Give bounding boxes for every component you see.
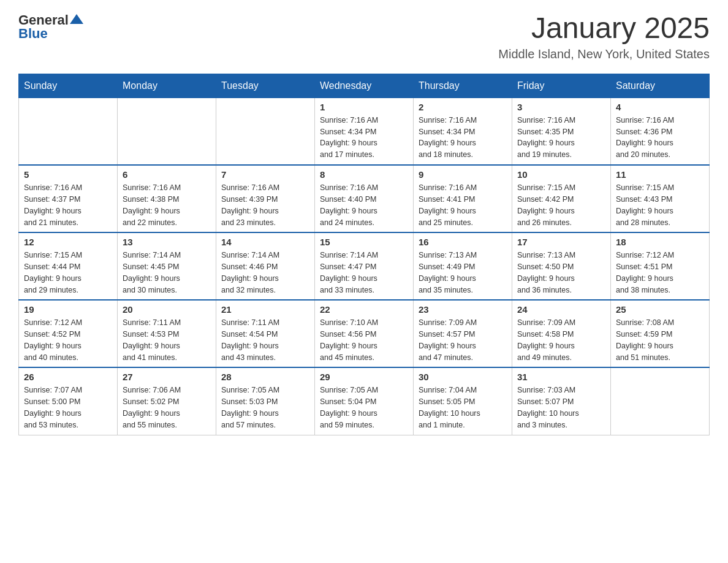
weekday-header-tuesday: Tuesday xyxy=(216,74,315,98)
location-title: Middle Island, New York, United States xyxy=(498,47,710,61)
calendar-cell: 14Sunrise: 7:14 AM Sunset: 4:46 PM Dayli… xyxy=(216,232,315,300)
day-number: 16 xyxy=(419,237,507,247)
calendar-cell: 3Sunrise: 7:16 AM Sunset: 4:35 PM Daylig… xyxy=(512,98,611,165)
day-info: Sunrise: 7:09 AM Sunset: 4:57 PM Dayligh… xyxy=(419,317,507,363)
day-number: 21 xyxy=(221,304,309,315)
day-number: 6 xyxy=(123,169,211,180)
day-number: 18 xyxy=(616,237,704,247)
day-info: Sunrise: 7:11 AM Sunset: 4:54 PM Dayligh… xyxy=(221,317,309,363)
day-number: 2 xyxy=(419,102,507,112)
calendar-cell: 9Sunrise: 7:16 AM Sunset: 4:41 PM Daylig… xyxy=(414,165,512,232)
calendar-cell: 1Sunrise: 7:16 AM Sunset: 4:34 PM Daylig… xyxy=(315,98,414,165)
day-number: 19 xyxy=(24,304,112,315)
day-info: Sunrise: 7:13 AM Sunset: 4:49 PM Dayligh… xyxy=(419,250,507,296)
day-info: Sunrise: 7:04 AM Sunset: 5:05 PM Dayligh… xyxy=(419,385,507,431)
day-info: Sunrise: 7:14 AM Sunset: 4:47 PM Dayligh… xyxy=(320,250,408,296)
calendar-cell: 4Sunrise: 7:16 AM Sunset: 4:36 PM Daylig… xyxy=(611,98,710,165)
calendar-cell: 16Sunrise: 7:13 AM Sunset: 4:49 PM Dayli… xyxy=(414,232,512,300)
day-info: Sunrise: 7:16 AM Sunset: 4:35 PM Dayligh… xyxy=(517,115,605,161)
calendar-cell: 10Sunrise: 7:15 AM Sunset: 4:42 PM Dayli… xyxy=(512,165,611,232)
calendar-cell: 26Sunrise: 7:07 AM Sunset: 5:00 PM Dayli… xyxy=(19,367,118,435)
calendar-week-row: 26Sunrise: 7:07 AM Sunset: 5:00 PM Dayli… xyxy=(19,367,710,435)
day-info: Sunrise: 7:05 AM Sunset: 5:03 PM Dayligh… xyxy=(221,385,309,431)
day-number: 5 xyxy=(24,169,112,180)
day-number: 27 xyxy=(123,372,211,382)
calendar-cell: 6Sunrise: 7:16 AM Sunset: 4:38 PM Daylig… xyxy=(118,165,216,232)
svg-marker-0 xyxy=(70,14,83,24)
logo-blue-text: Blue xyxy=(18,26,48,42)
day-info: Sunrise: 7:16 AM Sunset: 4:41 PM Dayligh… xyxy=(419,182,507,228)
day-number: 10 xyxy=(517,169,605,180)
calendar-cell: 22Sunrise: 7:10 AM Sunset: 4:56 PM Dayli… xyxy=(315,300,414,367)
day-info: Sunrise: 7:14 AM Sunset: 4:45 PM Dayligh… xyxy=(123,250,211,296)
day-number: 8 xyxy=(320,169,408,180)
day-number: 9 xyxy=(419,169,507,180)
day-info: Sunrise: 7:08 AM Sunset: 4:59 PM Dayligh… xyxy=(616,317,704,363)
day-number: 7 xyxy=(221,169,309,180)
day-number: 25 xyxy=(616,304,704,315)
logo-triangle-icon xyxy=(70,13,83,25)
calendar-cell xyxy=(118,98,216,165)
month-title: January 2025 xyxy=(498,12,710,45)
calendar-cell: 13Sunrise: 7:14 AM Sunset: 4:45 PM Dayli… xyxy=(118,232,216,300)
calendar-cell: 25Sunrise: 7:08 AM Sunset: 4:59 PM Dayli… xyxy=(611,300,710,367)
calendar-cell: 29Sunrise: 7:05 AM Sunset: 5:04 PM Dayli… xyxy=(315,367,414,435)
day-info: Sunrise: 7:16 AM Sunset: 4:39 PM Dayligh… xyxy=(221,182,309,228)
day-info: Sunrise: 7:14 AM Sunset: 4:46 PM Dayligh… xyxy=(221,250,309,296)
calendar-table: SundayMondayTuesdayWednesdayThursdayFrid… xyxy=(18,74,710,435)
calendar-cell: 21Sunrise: 7:11 AM Sunset: 4:54 PM Dayli… xyxy=(216,300,315,367)
day-number: 22 xyxy=(320,304,408,315)
calendar-cell: 11Sunrise: 7:15 AM Sunset: 4:43 PM Dayli… xyxy=(611,165,710,232)
day-info: Sunrise: 7:16 AM Sunset: 4:37 PM Dayligh… xyxy=(24,182,112,228)
day-info: Sunrise: 7:12 AM Sunset: 4:52 PM Dayligh… xyxy=(24,317,112,363)
weekday-header-sunday: Sunday xyxy=(19,74,118,98)
calendar-cell: 19Sunrise: 7:12 AM Sunset: 4:52 PM Dayli… xyxy=(19,300,118,367)
day-info: Sunrise: 7:16 AM Sunset: 4:40 PM Dayligh… xyxy=(320,182,408,228)
day-number: 26 xyxy=(24,372,112,382)
day-number: 29 xyxy=(320,372,408,382)
calendar-week-row: 5Sunrise: 7:16 AM Sunset: 4:37 PM Daylig… xyxy=(19,165,710,232)
calendar-cell: 7Sunrise: 7:16 AM Sunset: 4:39 PM Daylig… xyxy=(216,165,315,232)
day-info: Sunrise: 7:09 AM Sunset: 4:58 PM Dayligh… xyxy=(517,317,605,363)
day-info: Sunrise: 7:15 AM Sunset: 4:44 PM Dayligh… xyxy=(24,250,112,296)
day-number: 24 xyxy=(517,304,605,315)
logo: General Blue xyxy=(18,12,83,42)
day-info: Sunrise: 7:16 AM Sunset: 4:38 PM Dayligh… xyxy=(123,182,211,228)
calendar-cell: 23Sunrise: 7:09 AM Sunset: 4:57 PM Dayli… xyxy=(414,300,512,367)
day-info: Sunrise: 7:16 AM Sunset: 4:36 PM Dayligh… xyxy=(616,115,704,161)
day-info: Sunrise: 7:10 AM Sunset: 4:56 PM Dayligh… xyxy=(320,317,408,363)
calendar-cell: 15Sunrise: 7:14 AM Sunset: 4:47 PM Dayli… xyxy=(315,232,414,300)
day-number: 4 xyxy=(616,102,704,112)
calendar-cell: 2Sunrise: 7:16 AM Sunset: 4:34 PM Daylig… xyxy=(414,98,512,165)
day-info: Sunrise: 7:05 AM Sunset: 5:04 PM Dayligh… xyxy=(320,385,408,431)
day-number: 23 xyxy=(419,304,507,315)
day-number: 3 xyxy=(517,102,605,112)
calendar-cell: 17Sunrise: 7:13 AM Sunset: 4:50 PM Dayli… xyxy=(512,232,611,300)
calendar-cell xyxy=(611,367,710,435)
day-number: 14 xyxy=(221,237,309,247)
day-info: Sunrise: 7:06 AM Sunset: 5:02 PM Dayligh… xyxy=(123,385,211,431)
weekday-header-thursday: Thursday xyxy=(414,74,512,98)
weekday-header-friday: Friday xyxy=(512,74,611,98)
weekday-header-wednesday: Wednesday xyxy=(315,74,414,98)
day-number: 12 xyxy=(24,237,112,247)
header: General Blue January 2025 Middle Island,… xyxy=(18,12,710,61)
day-number: 15 xyxy=(320,237,408,247)
calendar-cell xyxy=(216,98,315,165)
calendar-cell: 20Sunrise: 7:11 AM Sunset: 4:53 PM Dayli… xyxy=(118,300,216,367)
calendar-cell: 24Sunrise: 7:09 AM Sunset: 4:58 PM Dayli… xyxy=(512,300,611,367)
day-info: Sunrise: 7:15 AM Sunset: 4:42 PM Dayligh… xyxy=(517,182,605,228)
calendar-cell: 8Sunrise: 7:16 AM Sunset: 4:40 PM Daylig… xyxy=(315,165,414,232)
weekday-header-monday: Monday xyxy=(118,74,216,98)
day-info: Sunrise: 7:11 AM Sunset: 4:53 PM Dayligh… xyxy=(123,317,211,363)
calendar-cell: 12Sunrise: 7:15 AM Sunset: 4:44 PM Dayli… xyxy=(19,232,118,300)
weekday-header-saturday: Saturday xyxy=(611,74,710,98)
day-number: 31 xyxy=(517,372,605,382)
day-number: 28 xyxy=(221,372,309,382)
day-number: 20 xyxy=(123,304,211,315)
title-area: January 2025 Middle Island, New York, Un… xyxy=(498,12,710,61)
calendar-cell xyxy=(19,98,118,165)
day-number: 1 xyxy=(320,102,408,112)
day-number: 17 xyxy=(517,237,605,247)
calendar-cell: 18Sunrise: 7:12 AM Sunset: 4:51 PM Dayli… xyxy=(611,232,710,300)
